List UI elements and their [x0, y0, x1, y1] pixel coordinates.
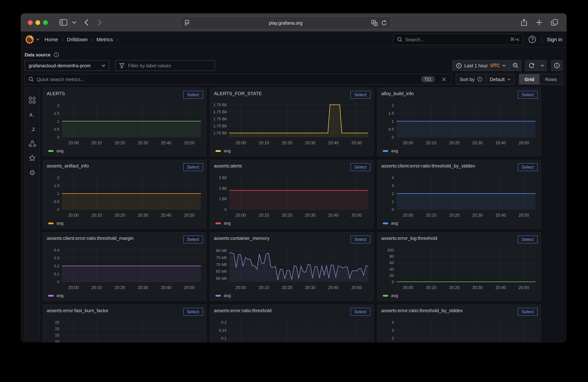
clear-search-icon[interactable] — [442, 77, 446, 81]
svg-text:1: 1 — [392, 199, 394, 204]
svg-text:20:20: 20:20 — [282, 213, 292, 218]
panel-title: asserts:container_memory — [214, 235, 269, 241]
org-switcher-chevron-icon[interactable] — [36, 38, 40, 40]
svg-text:60: 60 — [390, 260, 394, 265]
svg-text:0.2: 0.2 — [221, 320, 227, 325]
select-button[interactable]: Select — [350, 235, 370, 244]
legend-label[interactable]: avg — [57, 293, 63, 298]
select-button[interactable]: Select — [518, 235, 538, 244]
svg-text:2 Bil: 2 Bil — [219, 186, 227, 191]
svg-text:20:00: 20:00 — [403, 285, 413, 290]
breadcrumb-drilldown[interactable]: Drilldown — [67, 37, 88, 42]
svg-text:1.75 Bil: 1.75 Bil — [213, 124, 227, 128]
svg-text:1.75 Bil: 1.75 Bil — [213, 103, 227, 107]
panel-legend: avg — [48, 148, 63, 153]
star-icon[interactable] — [28, 154, 37, 162]
global-search-input[interactable]: Search... ⌘+k — [393, 34, 523, 45]
svg-text:20:50: 20:50 — [519, 141, 529, 145]
sort-dropdown[interactable]: Default — [486, 74, 514, 85]
breadcrumb-metrics[interactable]: Metrics — [97, 37, 113, 42]
legend-label[interactable]: avg — [224, 148, 231, 153]
quick-search-input[interactable]: Quick search metrics... 721 — [25, 74, 451, 85]
svg-text:15: 15 — [55, 333, 59, 338]
svg-text:20:10: 20:10 — [91, 213, 102, 218]
select-button[interactable]: Select — [350, 91, 370, 99]
refresh-interval-dropdown[interactable] — [538, 60, 547, 71]
info-icon[interactable] — [477, 77, 482, 82]
url-bar[interactable]: play.grafana.org A文 — [180, 16, 391, 29]
chevron-down-icon[interactable] — [72, 21, 76, 24]
select-button[interactable]: Select — [183, 163, 203, 171]
panel-title: asserts:error:ratio:threshold_by_stddev — [381, 308, 463, 313]
sort-az-icon[interactable]: A_ — [28, 110, 37, 119]
svg-text:20:30: 20:30 — [138, 285, 148, 290]
svg-text:20:10: 20:10 — [91, 285, 102, 290]
legend-label[interactable]: avg — [224, 293, 231, 298]
data-source-picker[interactable]: grafanacloud-demoinfra-prom — [25, 60, 109, 71]
apps-icon[interactable] — [28, 96, 37, 105]
svg-text:20:00: 20:00 — [403, 141, 413, 145]
translate-icon[interactable]: A文 — [371, 20, 378, 26]
grafana-logo[interactable] — [25, 35, 34, 44]
legend-label[interactable]: avg — [57, 221, 63, 226]
select-button[interactable]: Select — [518, 308, 538, 316]
help-icon[interactable] — [528, 36, 536, 43]
info-icon[interactable] — [53, 52, 59, 57]
select-button[interactable]: Select — [518, 163, 538, 171]
legend-label[interactable]: avg — [391, 148, 398, 153]
svg-text:3: 3 — [392, 183, 394, 188]
select-button[interactable]: Select — [183, 235, 203, 244]
legend-label[interactable]: avg — [391, 293, 398, 298]
sidebar-toggle-icon[interactable] — [59, 19, 67, 26]
svg-text:4: 4 — [392, 175, 394, 180]
new-tab-icon[interactable] — [536, 19, 542, 26]
back-icon[interactable] — [84, 19, 89, 26]
svg-text:20:40: 20:40 — [496, 141, 506, 145]
search-icon — [397, 37, 402, 42]
reload-icon[interactable] — [381, 20, 387, 26]
minimize-window-button[interactable] — [36, 20, 40, 25]
info-button[interactable] — [551, 60, 563, 71]
svg-text:1.5: 1.5 — [54, 111, 59, 115]
reader-icon[interactable] — [184, 20, 190, 26]
svg-text:0: 0 — [392, 135, 394, 139]
panel-title: ALERTS_FOR_STATE — [214, 91, 262, 96]
refresh-button[interactable] — [525, 60, 538, 71]
svg-text:2: 2 — [57, 103, 59, 108]
svg-text:80: 80 — [390, 254, 394, 259]
zoom-window-button[interactable] — [43, 20, 48, 25]
select-button[interactable]: Select — [183, 308, 203, 316]
select-button[interactable]: Select — [350, 163, 370, 171]
svg-text:20:20: 20:20 — [282, 141, 292, 145]
select-button[interactable]: Select — [183, 91, 203, 99]
time-range-value: Last 1 hour — [464, 63, 488, 68]
time-range-picker[interactable]: Last 1 hour UTC — [452, 60, 510, 71]
sign-in-link[interactable]: Sign in — [547, 37, 562, 42]
share-icon[interactable] — [521, 19, 527, 26]
related-metrics-icon[interactable] — [28, 139, 37, 148]
metric-panel: asserts:error:ratio:thresholdSelect0.20.… — [210, 305, 374, 343]
legend-label[interactable]: avg — [224, 221, 231, 226]
close-window-button[interactable] — [28, 20, 33, 25]
browser-window: play.grafana.org A文 — [21, 13, 567, 343]
legend-color — [383, 295, 388, 296]
sort-za-icon[interactable]: _Z — [28, 125, 37, 134]
view-grid-button[interactable]: Grid — [519, 74, 540, 84]
legend-color — [48, 150, 54, 152]
legend-label[interactable]: avg — [391, 221, 398, 226]
settings-icon[interactable]: ⚙ — [28, 168, 37, 177]
panel-title: alloy_build_info — [381, 91, 414, 96]
panel-chart: 80 Mil75 Mil70 Mil65 Mil60 Mil20:0020:10… — [210, 244, 371, 292]
breadcrumb-home[interactable]: Home — [44, 37, 58, 42]
view-rows-button[interactable]: Rows — [540, 74, 562, 84]
select-button[interactable]: Select — [518, 91, 538, 99]
legend-label[interactable]: avg — [57, 148, 63, 153]
search-shortcut: ⌘+k — [510, 37, 519, 42]
panel-legend: avg — [383, 293, 398, 298]
tab-overview-icon[interactable] — [551, 19, 558, 26]
zoom-out-button[interactable] — [510, 60, 521, 71]
label-filter-input[interactable]: Filter by label values — [115, 60, 215, 71]
breadcrumb-separator: › — [117, 37, 118, 42]
url-text[interactable]: play.grafana.org — [181, 20, 391, 25]
select-button[interactable]: Select — [350, 308, 370, 316]
